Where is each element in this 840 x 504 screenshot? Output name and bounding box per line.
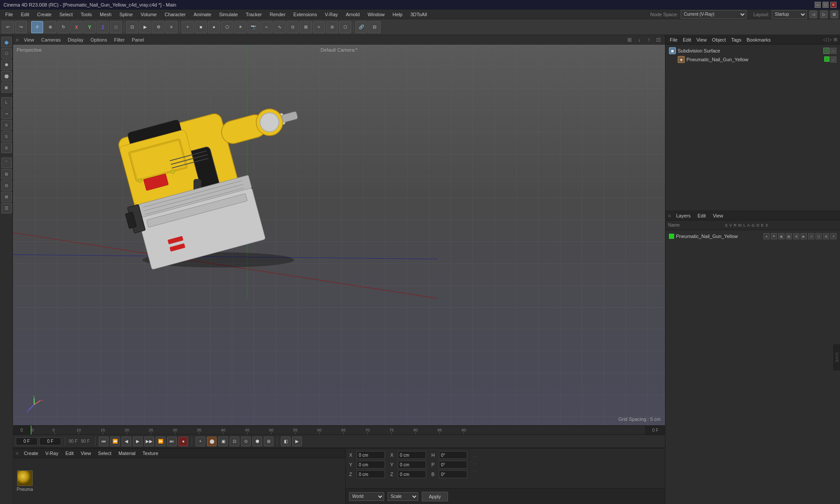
key-sel-btn[interactable]: ▣ bbox=[218, 437, 228, 446]
next-frame-btn[interactable]: ▶▶ bbox=[144, 437, 154, 446]
material-btn[interactable]: ⬡ bbox=[339, 21, 351, 33]
vt-filter[interactable]: Filter bbox=[112, 37, 126, 43]
layout-dropdown[interactable]: Startup bbox=[772, 10, 807, 19]
mat-menu-edit[interactable]: Edit bbox=[63, 450, 75, 456]
tool-y-axis[interactable]: Y bbox=[84, 21, 96, 33]
goto-end-btn[interactable]: ⏭ bbox=[167, 437, 177, 446]
next-key-btn[interactable]: ⏩ bbox=[156, 437, 165, 446]
lm-icon-l[interactable]: ⊞ bbox=[793, 233, 799, 239]
ns-object[interactable]: Object bbox=[710, 37, 728, 43]
menu-tools[interactable]: Tools bbox=[77, 11, 95, 18]
mat-menu-view[interactable]: View bbox=[79, 450, 93, 456]
om-item-subdivision[interactable]: ▣ Subdivision Surface ✓ • bbox=[667, 46, 838, 55]
menu-3dtoall[interactable]: 3DToAll bbox=[407, 11, 430, 18]
mat-menu-create[interactable]: Create bbox=[22, 450, 40, 456]
add-object-btn[interactable]: + bbox=[182, 21, 194, 33]
rotate-tool[interactable]: ↻ bbox=[57, 21, 70, 33]
mograph-btn[interactable]: ⊞ bbox=[300, 21, 312, 33]
ns-view[interactable]: View bbox=[695, 37, 709, 43]
tool-z-axis[interactable]: Z bbox=[97, 21, 109, 33]
menu-character[interactable]: Character bbox=[161, 11, 189, 18]
minimize-btn[interactable]: ─ bbox=[815, 2, 821, 8]
x-position-input[interactable] bbox=[357, 451, 385, 459]
menu-vray[interactable]: V-Ray bbox=[321, 11, 341, 18]
paint-tool[interactable]: L bbox=[1, 97, 12, 108]
move-tool[interactable]: ✛ bbox=[31, 21, 43, 33]
lm-icon-s[interactable]: ● bbox=[763, 233, 770, 239]
h-rotation-input[interactable] bbox=[439, 451, 467, 459]
vt-cameras[interactable]: Cameras bbox=[39, 37, 63, 43]
z-position-input[interactable] bbox=[357, 470, 385, 478]
layer-s1[interactable]: ⊟ bbox=[1, 180, 12, 191]
material-item[interactable]: Pneuma bbox=[17, 470, 33, 492]
z-size-input[interactable] bbox=[398, 470, 426, 478]
menu-extensions[interactable]: Extensions bbox=[290, 11, 321, 18]
effector-btn[interactable]: ≈ bbox=[313, 21, 325, 33]
sphere-btn[interactable]: ● bbox=[208, 21, 220, 33]
redo-btn[interactable]: ↪ bbox=[15, 21, 27, 33]
scale-dropdown[interactable]: Scale bbox=[388, 492, 418, 501]
lm-icon-e[interactable]: ⊠ bbox=[823, 233, 829, 239]
menu-help[interactable]: Help bbox=[389, 11, 406, 18]
render-queue-btn[interactable]: ≡ bbox=[165, 21, 178, 33]
scale-tool[interactable]: ⊕ bbox=[44, 21, 56, 33]
render-to-viewport-btn[interactable]: ▶ bbox=[139, 21, 151, 33]
brush-tool[interactable]: ⌒ bbox=[1, 158, 12, 168]
sculpt-tool[interactable]: ⊸ bbox=[1, 108, 12, 119]
layout-icon-1[interactable]: ◁ bbox=[809, 10, 817, 18]
deformer-btn[interactable]: ⌁ bbox=[260, 21, 273, 33]
tool-x-axis[interactable]: X bbox=[70, 21, 83, 33]
vt-options[interactable]: Options bbox=[89, 37, 109, 43]
lm-item-nailgun[interactable]: Pneumatic_Nail_Gun_Yellow ● 👁 ▣ ▦ ⊞ ▶ ⊙ … bbox=[667, 232, 838, 241]
subdivision-dot[interactable]: • bbox=[830, 48, 836, 54]
s-tool-3[interactable]: S bbox=[1, 143, 12, 153]
menu-edit[interactable]: Edit bbox=[18, 11, 33, 18]
uv-tool[interactable]: ▣ bbox=[1, 82, 12, 93]
model-tool[interactable]: ◆ bbox=[1, 37, 12, 47]
playback-settings-btn[interactable]: ◧ bbox=[281, 437, 290, 446]
edge-tool[interactable]: ⬣ bbox=[1, 60, 12, 70]
lm-menu-edit[interactable]: Edit bbox=[696, 213, 707, 219]
motion-path-btn[interactable]: ⊡ bbox=[230, 437, 239, 446]
cube-btn[interactable]: ■ bbox=[195, 21, 207, 33]
xref-btn[interactable]: ⊘ bbox=[326, 21, 338, 33]
prev-frame-btn[interactable]: ◀ bbox=[122, 437, 131, 446]
x-size-input[interactable] bbox=[398, 451, 426, 459]
mat-menu-vray[interactable]: V-Ray bbox=[43, 450, 60, 456]
y-size-input[interactable] bbox=[398, 461, 426, 469]
menu-spline[interactable]: Spline bbox=[116, 11, 136, 18]
mat-menu-material[interactable]: Material bbox=[117, 450, 137, 456]
menu-tracker[interactable]: Tracker bbox=[242, 11, 266, 18]
nailgun-color[interactable] bbox=[824, 56, 830, 62]
s-tool-1[interactable]: S bbox=[1, 120, 12, 130]
menu-animate[interactable]: Animate bbox=[190, 11, 214, 18]
ns-bookmarks[interactable]: Bookmarks bbox=[745, 37, 772, 43]
nailgun-dot[interactable]: • bbox=[830, 56, 836, 63]
ns-file[interactable]: File bbox=[668, 37, 679, 43]
end-frame-input[interactable] bbox=[39, 438, 61, 445]
point-tool[interactable]: ⬡ bbox=[1, 48, 12, 59]
render-region-btn[interactable]: ⊡ bbox=[126, 21, 138, 33]
anim-mode-btn[interactable]: ⊙ bbox=[241, 437, 251, 446]
y-position-input[interactable] bbox=[357, 461, 385, 469]
auto-key-btn[interactable]: + bbox=[196, 437, 205, 446]
menu-simulate[interactable]: Simulate bbox=[216, 11, 242, 18]
ik-btn[interactable]: ⬢ bbox=[252, 437, 262, 446]
lm-icon-d[interactable]: ⊡ bbox=[816, 233, 822, 239]
menu-create[interactable]: Create bbox=[34, 11, 55, 18]
ns-icon-3[interactable]: ⊞ bbox=[833, 37, 837, 42]
lm-icon-g[interactable]: ⊙ bbox=[808, 233, 814, 239]
key-btn[interactable]: ⬤ bbox=[207, 437, 217, 446]
ns-edit[interactable]: Edit bbox=[681, 37, 693, 43]
ns-icon-2[interactable]: ▷ bbox=[828, 37, 832, 42]
nodespace-dropdown[interactable]: Current (V-Ray) bbox=[681, 10, 746, 19]
render-settings-btn[interactable]: ⚙ bbox=[152, 21, 164, 33]
light-btn[interactable]: ☀ bbox=[234, 21, 246, 33]
vt-icon-2[interactable]: ↓ bbox=[635, 36, 643, 44]
camera-btn[interactable]: 📷 bbox=[247, 21, 259, 33]
vt-view[interactable]: View bbox=[22, 37, 36, 43]
vt-icon-3[interactable]: ↑ bbox=[645, 36, 653, 44]
ns-icon-1[interactable]: ◁ bbox=[823, 37, 826, 42]
render-anim-btn[interactable]: ▶ bbox=[292, 437, 302, 446]
vt-icon-4[interactable]: ⊡ bbox=[654, 36, 662, 44]
